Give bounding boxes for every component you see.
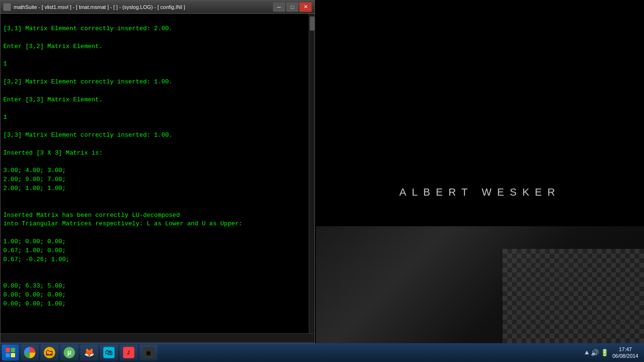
taskbar-itunes[interactable]: ♪ — [120, 345, 138, 361]
win-sq-red — [6, 348, 10, 352]
taskbar: 🗂 μ 🦊 🛍 ♪ ▦ ▲ 🔊 🔋 17:47 — [0, 343, 644, 362]
start-button[interactable] — [2, 345, 19, 361]
taskbar-store[interactable]: 🛍 — [100, 345, 118, 361]
win-sq-green — [11, 348, 15, 352]
itunes-icon: ♪ — [123, 347, 134, 358]
calculator-icon: ▦ — [143, 347, 154, 358]
clock-time: 17:47 — [612, 346, 638, 353]
close-button[interactable]: ✕ — [299, 2, 312, 12]
scrollbar-thumb[interactable] — [310, 16, 314, 31]
taskbar-explorer[interactable]: 🗂 — [41, 345, 58, 361]
window-title: mathSuite - [ vlist1.msvl ] - [ tmat.msm… — [14, 4, 270, 10]
title-bar: mathSuite - [ vlist1.msvl ] - [ tmat.msm… — [0, 0, 314, 14]
scrollbar[interactable] — [309, 14, 314, 333]
system-tray: ▲ 🔊 🔋 — [585, 349, 609, 357]
app-icon — [3, 3, 11, 11]
terminal-window: mathSuite - [ vlist1.msvl ] - [ tmat.msm… — [0, 0, 315, 343]
terminal-statusbar — [0, 333, 314, 343]
chrome-icon — [24, 347, 35, 358]
maximize-button[interactable]: □ — [286, 2, 298, 12]
battery-icon: 🔋 — [601, 349, 609, 357]
explorer-icon: 🗂 — [44, 347, 55, 358]
win-sq-blue — [6, 353, 10, 357]
windows-logo-icon — [6, 348, 15, 357]
terminal-content-area[interactable]: [3,1] Matrix Element correctly inserted:… — [0, 14, 314, 333]
volume-icon: 🔊 — [591, 349, 599, 357]
firefox-icon: 🦊 — [83, 347, 95, 358]
clock-date: 06/08/2014 — [612, 353, 638, 359]
win-sq-yellow — [11, 353, 15, 357]
taskbar-utorrent[interactable]: μ — [60, 345, 78, 361]
taskbar-chrome[interactable] — [21, 345, 39, 361]
minimize-button[interactable]: ─ — [273, 2, 285, 12]
terminal-output: [3,1] Matrix Element correctly inserted:… — [3, 16, 312, 333]
taskbar-firefox[interactable]: 🦊 — [80, 345, 98, 361]
window-controls: ─ □ ✕ — [273, 2, 312, 12]
store-icon: 🛍 — [103, 347, 115, 358]
taskbar-right-section: ▲ 🔊 🔋 17:47 06/08/2014 — [585, 346, 642, 360]
wesker-label: ALBERT WESKER — [316, 186, 644, 198]
network-icon: ▲ — [585, 349, 589, 356]
clock[interactable]: 17:47 06/08/2014 — [612, 346, 638, 360]
utorrent-icon: μ — [64, 347, 75, 358]
taskbar-calc[interactable]: ▦ — [140, 345, 157, 361]
desktop-image-area — [316, 226, 644, 343]
